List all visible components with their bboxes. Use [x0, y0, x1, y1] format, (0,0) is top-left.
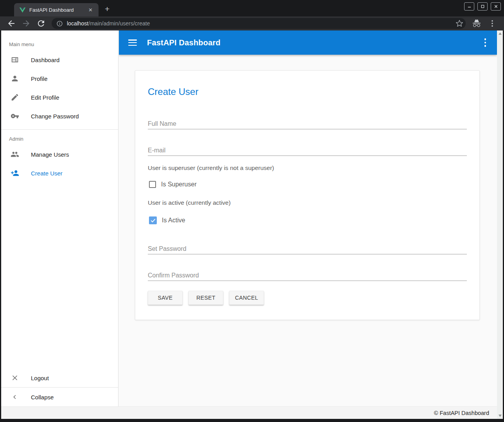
sidebar-item-label: Profile	[31, 75, 48, 82]
window-controls	[464, 2, 501, 11]
sidebar-item-label: Edit Profile	[31, 94, 59, 101]
scrollbar-up-icon[interactable]	[499, 32, 502, 35]
incognito-icon[interactable]	[472, 19, 481, 28]
full-name-input[interactable]	[148, 120, 467, 127]
sidebar-item-dashboard[interactable]: Dashboard	[1, 50, 118, 69]
sidebar-item-change-password[interactable]: Change Password	[1, 107, 118, 125]
sidebar-item-label: Create User	[31, 170, 63, 177]
page-footer: © FastAPI Dashboard	[1, 406, 497, 419]
save-button[interactable]: SAVE	[148, 291, 183, 305]
email-input[interactable]	[148, 147, 467, 154]
page-scrollbar[interactable]	[497, 30, 503, 419]
footer-copyright: © FastAPI Dashboard	[434, 410, 489, 416]
page-body: Main menu Dashboard Profile Edit Profile	[1, 30, 503, 419]
new-tab-icon[interactable]: +	[105, 5, 109, 13]
appbar-title: FastAPI Dashboard	[147, 38, 221, 47]
sidebar: Main menu Dashboard Profile Edit Profile	[1, 30, 118, 406]
confirm-password-input[interactable]	[148, 272, 467, 279]
active-checkbox-label: Is Active	[162, 217, 185, 224]
url-bar[interactable]: localhost/main/admin/users/create	[52, 18, 466, 29]
sidebar-item-manage-users[interactable]: Manage Users	[1, 145, 118, 164]
info-icon[interactable]	[56, 20, 63, 27]
browser-menu-icon[interactable]	[488, 19, 497, 28]
vue-logo-icon	[19, 7, 26, 13]
active-checkbox-row[interactable]: Is Active	[148, 216, 467, 224]
active-hint: User is active (currently active)	[148, 199, 467, 206]
sidebar-item-edit-profile[interactable]: Edit Profile	[1, 88, 118, 107]
back-icon[interactable]	[7, 19, 16, 28]
sidebar-item-label: Collapse	[31, 394, 54, 401]
collapse-chevron-icon	[11, 393, 19, 401]
create-user-card: Create User User is superuser (currently…	[135, 70, 480, 320]
window-close-button[interactable]	[491, 2, 501, 11]
browser-window: FastAPI Dashboard ✕ +	[0, 0, 504, 422]
check-icon	[150, 218, 156, 224]
url-path: /main/admin/users/create	[88, 20, 150, 27]
hamburger-menu-icon[interactable]	[128, 39, 137, 46]
superuser-hint: User is superuser (currently is not a su…	[148, 165, 467, 172]
sidebar-bottom: Logout Collapse	[1, 368, 118, 406]
tab-close-icon[interactable]: ✕	[86, 6, 95, 14]
person-add-icon	[11, 169, 19, 177]
sidebar-item-collapse[interactable]: Collapse	[1, 388, 118, 406]
key-icon	[11, 112, 19, 120]
reload-icon[interactable]	[36, 19, 46, 28]
confirm-password-field-wrap	[148, 264, 467, 281]
browser-tab[interactable]: FastAPI Dashboard ✕	[14, 3, 99, 16]
cancel-button[interactable]: CANCEL	[229, 291, 264, 305]
forward-icon[interactable]	[22, 19, 31, 28]
browser-toolbar: localhost/main/admin/users/create	[0, 16, 504, 30]
person-icon	[11, 74, 19, 83]
sidebar-item-profile[interactable]: Profile	[1, 69, 118, 88]
page-title: Create User	[148, 86, 467, 97]
superuser-checkbox[interactable]	[149, 181, 156, 188]
url-host: localhost	[67, 20, 88, 27]
appbar: FastAPI Dashboard	[119, 30, 497, 55]
form-buttons: SAVE RESET CANCEL	[148, 291, 467, 305]
dashboard-icon	[11, 55, 19, 64]
tab-title: FastAPI Dashboard	[29, 7, 86, 13]
sidebar-item-label: Change Password	[31, 113, 79, 120]
browser-tab-strip: FastAPI Dashboard ✕ +	[0, 0, 504, 16]
sidebar-item-create-user[interactable]: Create User	[1, 164, 118, 182]
minimize-button[interactable]	[464, 2, 474, 11]
superuser-checkbox-row[interactable]: Is Superuser	[148, 181, 467, 188]
edit-icon	[11, 93, 19, 102]
sidebar-item-label: Dashboard	[31, 57, 59, 63]
toolbar-right	[469, 19, 500, 28]
sidebar-item-label: Logout	[31, 375, 49, 381]
set-password-input[interactable]	[148, 245, 467, 252]
set-password-field-wrap	[148, 237, 467, 254]
logout-icon	[11, 374, 19, 382]
active-checkbox[interactable]	[149, 216, 157, 224]
sidebar-section-admin: Admin	[1, 130, 118, 145]
superuser-checkbox-label: Is Superuser	[161, 181, 197, 188]
email-field-wrap	[148, 139, 467, 156]
bookmark-star-icon[interactable]	[456, 20, 463, 27]
sidebar-item-label: Manage Users	[31, 151, 69, 158]
url-text[interactable]: localhost/main/admin/users/create	[67, 20, 150, 27]
sidebar-section-main-menu: Main menu	[1, 30, 118, 50]
scrollbar-down-icon[interactable]	[499, 415, 502, 417]
group-icon	[11, 150, 19, 159]
reset-button[interactable]: RESET	[188, 291, 223, 305]
sidebar-item-logout[interactable]: Logout	[1, 368, 118, 387]
maximize-button[interactable]	[477, 2, 488, 11]
appbar-menu-icon[interactable]	[483, 37, 488, 48]
main-area: FastAPI Dashboard Create User User is su…	[119, 30, 497, 406]
full-name-field-wrap	[148, 112, 467, 129]
